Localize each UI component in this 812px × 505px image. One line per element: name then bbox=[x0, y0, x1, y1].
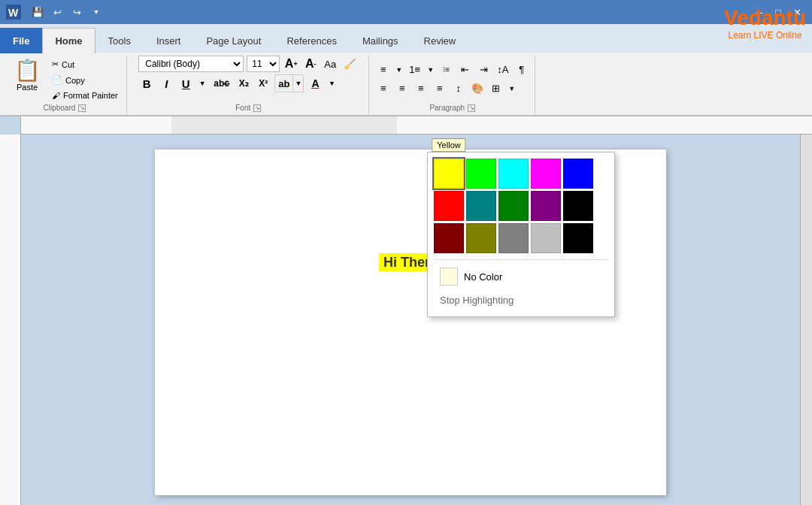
font-color-button[interactable]: A bbox=[307, 75, 323, 92]
ribbon-tabs: File Home Tools Insert Page Layout Refer… bbox=[0, 24, 812, 53]
sort-button[interactable]: ↕A bbox=[495, 62, 511, 78]
strikethrough-button[interactable]: abc̶ bbox=[211, 75, 232, 92]
font-color-arrow[interactable]: ▼ bbox=[326, 75, 337, 92]
no-color-option[interactable]: No Color bbox=[434, 263, 608, 290]
horizontal-ruler bbox=[21, 116, 812, 135]
bullets-button[interactable]: ≡ bbox=[375, 62, 392, 78]
font-group-label: Font ↘ bbox=[133, 102, 364, 113]
color-swatch-teal[interactable] bbox=[466, 191, 496, 221]
color-swatch-dark-yellow[interactable] bbox=[466, 223, 496, 253]
vedantu-logo: Vedantu Learn LIVE Online bbox=[724, 6, 806, 41]
increase-indent-button[interactable]: ⇥ bbox=[476, 62, 492, 78]
italic-button[interactable]: I bbox=[158, 75, 174, 92]
font-row-1: Calibri (Body) 11 A+ A- Aa 🧹 bbox=[138, 56, 358, 72]
tab-home[interactable]: Home bbox=[42, 28, 95, 53]
font-family-select[interactable]: Calibri (Body) bbox=[138, 56, 244, 72]
format-painter-button[interactable]: 🖌 Format Painter bbox=[48, 89, 122, 102]
highlight-dropdown-arrow[interactable]: ▼ bbox=[292, 75, 303, 92]
subscript-button[interactable]: X₂ bbox=[235, 75, 252, 92]
tab-review[interactable]: Review bbox=[411, 28, 469, 53]
paste-label: Paste bbox=[17, 83, 38, 92]
clipboard-expander[interactable]: ↘ bbox=[78, 104, 86, 112]
color-swatch-yellow[interactable]: Yellow bbox=[434, 159, 464, 189]
color-swatch-bright-green[interactable] bbox=[466, 159, 496, 189]
font-expander[interactable]: ↘ bbox=[253, 104, 261, 112]
change-case-button[interactable]: Aa bbox=[322, 56, 338, 72]
clear-format-button[interactable]: 🧹 bbox=[341, 56, 358, 72]
stop-highlighting-label: Stop Highlighting bbox=[440, 295, 514, 306]
color-grid: Yellow bbox=[434, 159, 608, 253]
copy-button[interactable]: 📄 Copy bbox=[48, 73, 122, 87]
tab-mailings[interactable]: Mailings bbox=[350, 28, 411, 53]
color-swatch-black-1[interactable] bbox=[563, 191, 593, 221]
ruler-corner bbox=[0, 116, 21, 135]
borders-button[interactable]: ⊞ bbox=[488, 80, 504, 97]
ribbon-group-clipboard: 📋 Paste ✂ Cut 📄 Copy 🖌 Format Painter bbox=[3, 56, 127, 115]
underline-arrow[interactable]: ▼ bbox=[197, 75, 208, 92]
color-swatch-gray-25[interactable] bbox=[531, 223, 561, 253]
superscript-button[interactable]: X² bbox=[255, 75, 271, 92]
color-swatch-turquoise[interactable] bbox=[498, 159, 529, 189]
align-center-button[interactable]: ≡ bbox=[394, 80, 411, 97]
copy-icon: 📄 bbox=[52, 75, 62, 85]
paintbrush-icon: 🖌 bbox=[52, 91, 60, 100]
color-picker-divider bbox=[434, 259, 608, 260]
color-swatch-black-2[interactable] bbox=[563, 223, 593, 253]
numbering-button[interactable]: 1≡ bbox=[407, 62, 423, 78]
decrease-indent-button[interactable]: ⇤ bbox=[457, 62, 474, 78]
paragraph-expander[interactable]: ↘ bbox=[468, 104, 475, 112]
ribbon-group-paragraph: ≡ ▼ 1≡ ▼ ⁝≡ ⇤ ⇥ ↕A ¶ ≡ ≡ ≡ ≡ ↕ 🎨 bbox=[371, 56, 535, 115]
increase-font-button[interactable]: A+ bbox=[283, 56, 299, 72]
borders-arrow[interactable]: ▼ bbox=[507, 80, 517, 97]
shading-button[interactable]: 🎨 bbox=[469, 80, 486, 97]
color-swatch-blue[interactable] bbox=[563, 159, 593, 189]
decrease-font-button[interactable]: A- bbox=[302, 56, 319, 72]
right-scrollbar[interactable] bbox=[800, 135, 812, 505]
clipboard-content: 📋 Paste ✂ Cut 📄 Copy 🖌 Format Painter bbox=[8, 56, 122, 102]
bullets-arrow[interactable]: ▼ bbox=[394, 62, 404, 78]
line-spacing-button[interactable]: ↕ bbox=[450, 80, 467, 97]
multilevel-button[interactable]: ⁝≡ bbox=[438, 62, 455, 78]
color-swatch-dark-red[interactable] bbox=[434, 223, 464, 253]
copy-label: Copy bbox=[65, 76, 85, 85]
numbering-arrow[interactable]: ▼ bbox=[426, 62, 436, 78]
title-bar: W 💾 ↩ ↪ ▼ Vedantu Learn LIVE Online ─ □ … bbox=[0, 0, 812, 24]
paste-button[interactable]: 📋 Paste bbox=[8, 56, 47, 96]
customize-button[interactable]: ▼ bbox=[87, 4, 105, 20]
color-swatch-violet[interactable] bbox=[531, 191, 561, 221]
tab-page-layout[interactable]: Page Layout bbox=[193, 28, 274, 53]
stop-highlighting-option[interactable]: Stop Highlighting bbox=[434, 290, 608, 310]
text-highlight-main[interactable]: ab bbox=[275, 77, 292, 91]
color-swatch-red[interactable] bbox=[434, 191, 464, 221]
cut-button[interactable]: ✂ Cut bbox=[48, 57, 122, 71]
tab-tools[interactable]: Tools bbox=[95, 28, 144, 53]
para-controls: ≡ ▼ 1≡ ▼ ⁝≡ ⇤ ⇥ ↕A ¶ ≡ ≡ ≡ ≡ ↕ 🎨 bbox=[375, 62, 530, 97]
color-swatch-pink[interactable] bbox=[531, 159, 561, 189]
color-swatch-green[interactable] bbox=[498, 191, 529, 221]
svg-rect-3 bbox=[171, 116, 397, 135]
para-row-2: ≡ ≡ ≡ ≡ ↕ 🎨 ⊞ ▼ bbox=[375, 80, 530, 97]
document-scroll[interactable]: Hi There bbox=[21, 135, 800, 505]
save-button[interactable]: 💾 bbox=[29, 4, 47, 20]
color-swatch-gray-50[interactable] bbox=[498, 223, 529, 253]
tab-insert[interactable]: Insert bbox=[144, 28, 194, 53]
justify-button[interactable]: ≡ bbox=[432, 80, 448, 97]
undo-button[interactable]: ↩ bbox=[48, 4, 66, 20]
clipboard-group-label: Clipboard ↘ bbox=[8, 102, 122, 113]
paragraph-group-label: Paragraph ↘ bbox=[375, 102, 530, 113]
show-marks-button[interactable]: ¶ bbox=[514, 62, 530, 78]
svg-rect-2 bbox=[21, 116, 812, 135]
font-size-select[interactable]: 11 bbox=[247, 56, 280, 72]
align-right-button[interactable]: ≡ bbox=[413, 80, 429, 97]
redo-button[interactable]: ↪ bbox=[68, 4, 86, 20]
tab-references[interactable]: References bbox=[274, 28, 349, 53]
font-controls: Calibri (Body) 11 A+ A- Aa 🧹 B I U ▼ abc… bbox=[138, 56, 358, 92]
bold-button[interactable]: B bbox=[138, 75, 155, 92]
tab-file[interactable]: File bbox=[0, 28, 42, 53]
format-painter-label: Format Painter bbox=[63, 91, 118, 100]
ruler-area bbox=[0, 116, 812, 135]
underline-button[interactable]: U bbox=[177, 75, 194, 92]
align-left-button[interactable]: ≡ bbox=[375, 80, 392, 97]
scissors-icon: ✂ bbox=[52, 59, 59, 69]
font-row-2: B I U ▼ abc̶ X₂ X² ab ▼ A ▼ bbox=[138, 74, 358, 92]
